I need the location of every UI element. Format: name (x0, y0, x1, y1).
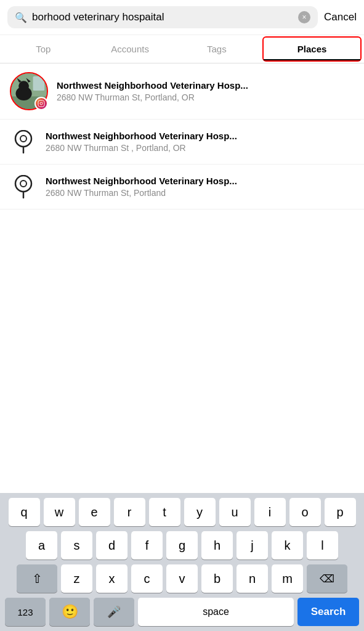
empty-content-area (0, 210, 364, 394)
avatar-wrapper (10, 72, 48, 110)
key-p[interactable]: p (325, 498, 356, 526)
result-text-2: Northwest Neighborhood Veterinary Hosp..… (46, 131, 354, 153)
svg-rect-7 (38, 100, 44, 107)
key-b[interactable]: b (201, 564, 233, 593)
key-u[interactable]: u (219, 498, 251, 526)
clear-button[interactable]: × (298, 11, 310, 23)
key-z[interactable]: z (61, 564, 92, 593)
key-s[interactable]: s (61, 531, 92, 560)
key-k[interactable]: k (272, 531, 303, 560)
key-f[interactable]: f (131, 531, 163, 560)
key-d[interactable]: d (96, 531, 127, 560)
key-c[interactable]: c (131, 564, 163, 593)
clear-icon: × (302, 13, 307, 22)
keyboard-row-2: a s d f g h j k l (2, 531, 362, 560)
search-key[interactable]: Search (297, 598, 359, 626)
result-item-1[interactable]: Northwest Neighborhood Veterinary Hosp..… (0, 63, 364, 120)
key-i[interactable]: i (254, 498, 286, 526)
svg-point-8 (40, 102, 42, 105)
search-bar: 🔍 borhood veterinary hospaital × Cancel (0, 0, 364, 35)
key-a[interactable]: a (26, 531, 57, 560)
key-e[interactable]: e (79, 498, 110, 526)
keyboard: q w e r t y u i o p a s d f g h j k l ⇧ … (0, 493, 364, 631)
key-r[interactable]: r (114, 498, 145, 526)
key-w[interactable]: w (44, 498, 75, 526)
key-v[interactable]: v (166, 564, 198, 593)
emoji-key[interactable]: 🙂 (49, 598, 90, 626)
tab-top[interactable]: Top (0, 35, 87, 63)
result-name-2: Northwest Neighborhood Veterinary Hosp..… (46, 131, 354, 141)
svg-point-3 (18, 81, 29, 91)
svg-point-9 (42, 102, 43, 102)
backspace-key[interactable]: ⌫ (307, 564, 347, 593)
result-name-3: Northwest Neighborhood Veterinary Hosp..… (46, 176, 354, 186)
key-m[interactable]: m (272, 564, 303, 593)
search-icon: 🔍 (15, 12, 27, 23)
search-input-wrapper[interactable]: 🔍 borhood veterinary hospaital × (7, 6, 318, 28)
result-text-3: Northwest Neighborhood Veterinary Hosp..… (46, 176, 354, 198)
result-item-2[interactable]: Northwest Neighborhood Veterinary Hosp..… (0, 120, 364, 165)
svg-rect-6 (33, 76, 45, 91)
tab-accounts[interactable]: Accounts (87, 35, 174, 63)
key-t[interactable]: t (149, 498, 180, 526)
key-y[interactable]: y (184, 498, 216, 526)
result-text-1: Northwest Neighborhood Veterinary Hosp..… (57, 80, 354, 102)
key-l[interactable]: l (307, 531, 338, 560)
results-list: Northwest Neighborhood Veterinary Hosp..… (0, 63, 364, 210)
location-icon-wrapper-2 (10, 128, 37, 155)
cancel-button[interactable]: Cancel (324, 11, 357, 23)
key-n[interactable]: n (237, 564, 268, 593)
number-key[interactable]: 123 (5, 598, 46, 626)
search-query[interactable]: borhood veterinary hospaital (32, 11, 293, 23)
svg-point-14 (20, 181, 26, 187)
key-h[interactable]: h (201, 531, 233, 560)
location-icon-wrapper-3 (10, 173, 37, 200)
space-key[interactable]: space (138, 598, 294, 626)
keyboard-row-1: q w e r t y u i o p (2, 498, 362, 526)
result-name-1: Northwest Neighborhood Veterinary Hosp..… (57, 80, 354, 91)
tab-places[interactable]: Places (262, 36, 362, 62)
svg-point-11 (20, 136, 26, 142)
key-x[interactable]: x (96, 564, 127, 593)
tab-tags[interactable]: Tags (174, 35, 261, 63)
key-g[interactable]: g (166, 531, 198, 560)
keyboard-row-4: 123 🙂 🎤 space Search (2, 598, 362, 626)
key-j[interactable]: j (237, 531, 268, 560)
result-address-2: 2680 NW Thurman St , Portland, OR (46, 143, 354, 153)
shift-key[interactable]: ⇧ (17, 564, 57, 593)
result-address-1: 2680 NW Thurman St, Portland, OR (57, 92, 354, 102)
instagram-badge (34, 97, 48, 110)
keyboard-row-3: ⇧ z x c v b n m ⌫ (2, 564, 362, 593)
result-address-3: 2680 NW Thurman St, Portland (46, 188, 354, 198)
key-q[interactable]: q (9, 498, 40, 526)
key-o[interactable]: o (289, 498, 321, 526)
result-item-3[interactable]: Northwest Neighborhood Veterinary Hosp..… (0, 165, 364, 210)
microphone-key[interactable]: 🎤 (94, 598, 134, 626)
location-pin-icon-2 (14, 175, 33, 198)
tabs-bar: Top Accounts Tags Places (0, 35, 364, 63)
location-pin-icon (14, 130, 33, 153)
